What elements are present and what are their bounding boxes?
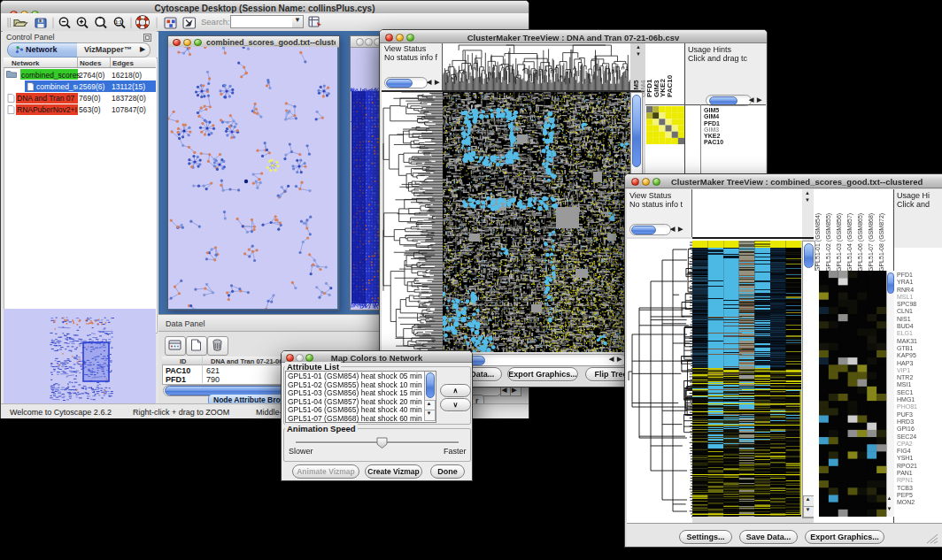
- svg-text:1:1: 1:1: [115, 19, 121, 25]
